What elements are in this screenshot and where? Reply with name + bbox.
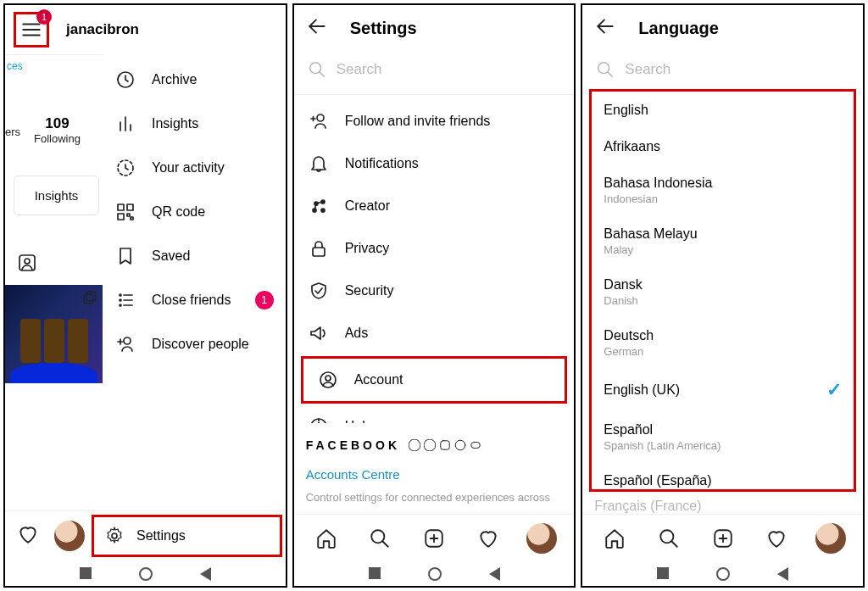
settings-label: Settings xyxy=(136,528,186,544)
nav-home-icon[interactable] xyxy=(598,527,632,549)
profile-avatar-button[interactable] xyxy=(54,521,85,551)
settings-item-label: Account xyxy=(354,372,403,387)
following-count: 109 xyxy=(14,115,101,132)
nav-search-icon[interactable] xyxy=(363,527,397,549)
svg-rect-12 xyxy=(118,204,124,210)
menu-discover[interactable]: Discover people xyxy=(103,322,286,366)
bottom-nav xyxy=(582,514,863,559)
svg-point-58 xyxy=(455,440,465,450)
language-option[interactable]: DanskDanish xyxy=(592,266,854,317)
svg-rect-14 xyxy=(118,214,124,220)
panel-settings: Settings Search Follow and invite friend… xyxy=(292,3,576,588)
menu-archive[interactable]: Archive xyxy=(103,58,286,102)
settings-item-security[interactable]: Security xyxy=(294,270,575,312)
android-back-button[interactable] xyxy=(777,567,788,581)
settings-search[interactable]: Search xyxy=(306,57,563,82)
menu-saved[interactable]: Saved xyxy=(103,234,286,278)
android-recents-button[interactable] xyxy=(369,567,381,579)
nav-search-icon[interactable] xyxy=(652,527,686,549)
settings-item-privacy[interactable]: Privacy xyxy=(294,227,575,270)
android-home-button[interactable] xyxy=(139,567,153,581)
nav-newpost-icon[interactable] xyxy=(706,527,740,549)
settings-item-account[interactable]: Account xyxy=(303,359,565,401)
svg-line-67 xyxy=(608,72,613,77)
settings-item-help[interactable]: Help xyxy=(294,405,575,423)
android-nav xyxy=(582,559,863,586)
check-icon: ✓ xyxy=(826,379,842,401)
svg-point-41 xyxy=(326,376,331,381)
menu-label: Archive xyxy=(152,72,274,87)
android-home-button[interactable] xyxy=(428,567,442,581)
back-button[interactable] xyxy=(306,15,328,41)
hamburger-menu-button[interactable]: 1 xyxy=(14,12,49,47)
svg-rect-57 xyxy=(441,441,450,450)
settings-item-creator[interactable]: Creator xyxy=(294,185,575,227)
language-search[interactable]: Search xyxy=(594,57,851,82)
nav-home-icon[interactable] xyxy=(309,527,343,549)
settings-button[interactable]: Settings xyxy=(92,515,282,557)
svg-point-35 xyxy=(321,209,325,212)
menu-label: Close friends xyxy=(152,293,240,308)
android-back-button[interactable] xyxy=(200,567,211,581)
nav-profile-avatar[interactable] xyxy=(814,523,848,554)
settings-item-icon xyxy=(308,111,330,131)
svg-point-30 xyxy=(317,114,324,121)
activity-heart-icon[interactable] xyxy=(8,523,47,549)
language-option[interactable]: EspañolSpanish (Latin America) xyxy=(592,411,854,462)
settings-item-label: Notifications xyxy=(345,156,419,171)
menu-closefriends[interactable]: Close friends 1 xyxy=(103,278,286,322)
android-nav xyxy=(294,559,575,586)
profile-left-strip: ces ers 109 Following Insights xyxy=(5,54,103,510)
settings-item-label: Follow and invite friends xyxy=(345,114,491,129)
username-label[interactable]: janacibron xyxy=(66,21,139,38)
nav-activity-icon[interactable] xyxy=(760,527,793,549)
settings-title: Settings xyxy=(350,19,417,38)
android-back-button[interactable] xyxy=(489,567,500,581)
menu-label: QR code xyxy=(152,204,274,220)
language-option[interactable]: DeutschGerman xyxy=(592,317,854,368)
menu-qrcode[interactable]: QR code xyxy=(103,190,286,234)
menu-label: Insights xyxy=(152,116,274,131)
menu-activity[interactable]: Your activity xyxy=(103,146,286,190)
android-home-button[interactable] xyxy=(716,567,730,581)
panel-language: Language Search EnglishAfrikaansBahasa I… xyxy=(581,3,865,588)
nav-newpost-icon[interactable] xyxy=(417,527,451,549)
svg-point-19 xyxy=(120,304,121,306)
language-option[interactable]: Español (España)Spanish (Spain) xyxy=(592,462,854,492)
nav-profile-avatar[interactable] xyxy=(525,523,559,554)
post-thumbnail[interactable] xyxy=(5,285,103,383)
accounts-centre-link[interactable]: Accounts Centre xyxy=(294,457,575,485)
settings-item-icon xyxy=(308,196,330,216)
settings-item-icon xyxy=(308,238,330,259)
nav-activity-icon[interactable] xyxy=(471,527,505,549)
language-title: Language xyxy=(638,19,718,38)
activity-icon xyxy=(114,158,136,178)
back-button[interactable] xyxy=(594,15,616,41)
android-nav xyxy=(5,559,286,586)
svg-point-17 xyxy=(120,294,121,296)
language-list-highlight: EnglishAfrikaansBahasa IndonesiaIndonesi… xyxy=(589,89,856,492)
language-name: English (UK) xyxy=(604,382,680,398)
language-option[interactable]: Afrikaans xyxy=(592,128,854,164)
settings-item-follow-and-invite-friends[interactable]: Follow and invite friends xyxy=(294,100,575,142)
insights-card[interactable]: Insights xyxy=(14,176,99,215)
following-stat[interactable]: 109 Following xyxy=(12,110,103,150)
closefriends-icon xyxy=(114,290,136,310)
settings-item-notifications[interactable]: Notifications xyxy=(294,142,575,185)
language-option[interactable]: Bahasa IndonesiaIndonesian xyxy=(592,164,854,215)
qrcode-icon xyxy=(114,202,136,222)
android-recents-button[interactable] xyxy=(657,567,669,579)
svg-line-29 xyxy=(319,72,324,77)
svg-rect-59 xyxy=(471,442,481,448)
language-option[interactable]: English (UK)✓ xyxy=(592,368,854,411)
language-option[interactable]: English xyxy=(592,92,854,128)
language-option[interactable]: Bahasa MelayuMalay xyxy=(592,215,854,266)
svg-line-61 xyxy=(383,541,389,547)
language-subtitle: Spanish (Latin America) xyxy=(604,439,721,452)
settings-item-icon xyxy=(317,370,339,390)
tagged-tab-icon[interactable] xyxy=(17,253,103,276)
android-recents-button[interactable] xyxy=(80,567,92,579)
settings-item-ads[interactable]: Ads xyxy=(294,312,575,354)
discover-icon xyxy=(114,334,136,354)
menu-insights[interactable]: Insights xyxy=(103,102,286,146)
